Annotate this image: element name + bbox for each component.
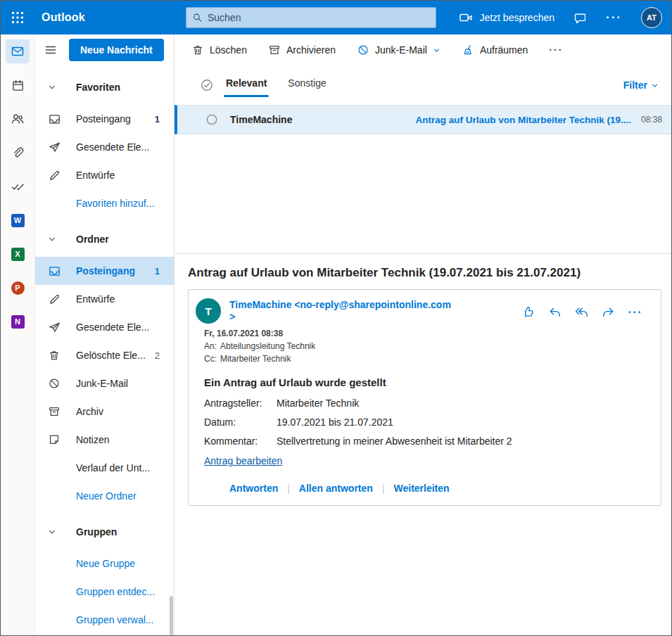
groups-header[interactable]: Gruppen (35, 518, 174, 546)
sidebar-item-verlauf[interactable]: Verlauf der Unt... (35, 454, 174, 482)
outlook-app: Outlook Jetzt besprechen ··· AT (0, 0, 672, 636)
forward-button[interactable] (602, 305, 615, 319)
sidebar-item-fav-gesendete[interactable]: Gesendete Ele... (35, 133, 174, 161)
rail-onenote-button[interactable]: N (1, 305, 34, 338)
trash-icon (191, 44, 204, 56)
to-value[interactable]: Abteilungsleitung Technik (220, 340, 315, 352)
reply-link[interactable]: Antworten (229, 483, 278, 494)
tab-relevant[interactable]: Relevant (225, 73, 267, 97)
folder-label: Archiv (76, 406, 103, 417)
filter-button[interactable]: Filter (623, 80, 659, 91)
archive-icon (268, 44, 281, 56)
app-shell: W X P N Neue Nachricht (1, 34, 671, 635)
manage-groups-link[interactable]: Gruppen verwal... (35, 606, 174, 634)
chat-button[interactable] (573, 11, 587, 25)
message-card: T TimeMachine <no-reply@sharepointonline… (188, 289, 661, 506)
body-row-kommentar: Kommentar: Stellvertretung in meiner Abw… (204, 432, 649, 451)
rail-word-button[interactable]: W (1, 203, 34, 237)
collapse-pane-button[interactable] (44, 43, 58, 57)
body-row-antragsteller: Antragsteller: Mitarbeiter Technik (204, 394, 649, 413)
sidebar-item-fav-entwuerfe[interactable]: Entwürfe (35, 161, 174, 189)
select-all-button[interactable] (200, 78, 214, 92)
topbar-actions: Jetzt besprechen ··· AT (459, 7, 671, 28)
top-bar: Outlook Jetzt besprechen ··· AT (1, 1, 671, 34)
cc-value[interactable]: Mitarbeiter Technik (220, 352, 291, 365)
archive-button[interactable]: Archivieren (268, 44, 336, 56)
new-folder-link[interactable]: Neuer Ordner (35, 482, 174, 510)
message-body: Ein Antrag auf Urlaub wurde gestellt Ant… (196, 376, 649, 470)
reply-all-button[interactable] (575, 305, 588, 319)
sweep-button[interactable]: Aufräumen (462, 44, 528, 56)
reading-pane: Antrag auf Urlaub von Mitarbeiter Techni… (175, 254, 671, 635)
sidebar-item-archiv[interactable]: Archiv (35, 398, 174, 426)
discover-groups-link[interactable]: Gruppen entdec... (35, 578, 174, 606)
junk-button[interactable]: Junk-E-Mail (357, 44, 440, 56)
message-row[interactable]: TimeMachine Antrag auf Urlaub von Mitarb… (175, 105, 671, 134)
message-subject: Antrag auf Urlaub von Mitarbeiter Techni… (415, 115, 631, 125)
topbar-more-button[interactable]: ··· (606, 14, 622, 21)
unread-count: 1 (155, 266, 160, 276)
hamburger-icon (44, 43, 58, 57)
folders-header[interactable]: Ordner (35, 225, 174, 253)
app-launcher-button[interactable] (1, 1, 34, 34)
chevron-down-icon (48, 83, 56, 91)
rail-calendar-button[interactable] (1, 68, 34, 102)
sidebar-item-posteingang[interactable]: Posteingang 1 (35, 257, 174, 285)
delete-button[interactable]: Löschen (191, 44, 247, 56)
folder-pane: Neue Nachricht Favoriten Posteingang 1 (35, 34, 175, 635)
sidebar-scrollbar-thumb[interactable] (170, 596, 173, 635)
message-footer-actions: Antworten | Allen antworten | Weiterleit… (196, 483, 649, 494)
search-box[interactable] (186, 7, 436, 28)
tab-sonstige[interactable]: Sonstige (287, 73, 327, 97)
favorites-header[interactable]: Favoriten (35, 73, 174, 101)
rail-mail-button[interactable] (1, 34, 34, 68)
commandbar-more-button[interactable]: ··· (549, 46, 563, 53)
reply-all-icon (575, 305, 588, 319)
new-message-button[interactable]: Neue Nachricht (69, 39, 164, 61)
folder-label: Gelöschte Ele... (76, 350, 146, 361)
chevron-down-icon (651, 82, 659, 89)
rail-todo-button[interactable] (1, 170, 34, 203)
edit-request-link[interactable]: Antrag bearbeiten (204, 452, 282, 470)
message-sender: TimeMachine (230, 114, 292, 125)
chevron-down-icon (48, 528, 56, 536)
rail-powerpoint-button[interactable]: P (1, 271, 34, 305)
meet-now-button[interactable]: Jetzt besprechen (459, 11, 554, 25)
sidebar-item-geloeschte[interactable]: Gelöschte Ele... 2 (35, 341, 174, 369)
inbox-tabs: Relevant Sonstige (225, 73, 327, 97)
sidebar-item-notizen[interactable]: Verlauf der Unt... Notizen (35, 426, 174, 454)
separator: | (287, 483, 290, 494)
body-table: Antragsteller: Mitarbeiter Technik Datum… (204, 394, 649, 451)
new-group-link[interactable]: Neue Gruppe (35, 549, 174, 578)
forward-link[interactable]: Weiterleiten (394, 483, 450, 494)
search-input[interactable] (208, 12, 430, 23)
sender-avatar[interactable]: T (196, 298, 221, 324)
message-select-circle[interactable] (205, 113, 218, 126)
reading-subject: Antrag auf Urlaub von Mitarbeiter Techni… (188, 266, 661, 280)
people-icon (11, 112, 25, 126)
reply-button[interactable] (548, 305, 562, 319)
junk-label: Junk-E-Mail (375, 44, 427, 56)
like-button[interactable] (521, 305, 535, 319)
inbox-icon (48, 265, 61, 278)
folder-label: Notizen (76, 434, 109, 445)
rail-attachments-button[interactable] (1, 136, 34, 170)
favorites-section: Favoriten Posteingang 1 Gesendete Ele... (35, 73, 174, 217)
sidebar-item-junk[interactable]: Junk-E-Mail (35, 369, 174, 398)
rail-people-button[interactable] (1, 102, 34, 136)
video-camera-icon (459, 11, 473, 25)
message-more-button[interactable]: ··· (628, 309, 642, 316)
double-check-icon (11, 179, 25, 193)
sidebar-item-fav-posteingang[interactable]: Posteingang 1 (35, 105, 174, 133)
account-avatar[interactable]: AT (641, 7, 662, 28)
add-favorites-link[interactable]: Favoriten hinzuf... (35, 189, 174, 217)
sidebar-item-entwuerfe[interactable]: Entwürfe (35, 285, 174, 313)
item-count: 2 (155, 350, 160, 361)
sender-name-email[interactable]: TimeMachine <no-reply@sharepointonline.c… (229, 299, 451, 311)
reply-all-link[interactable]: Allen antworten (299, 483, 373, 494)
rail-excel-button[interactable]: X (1, 237, 34, 271)
reply-icon (548, 305, 562, 319)
delete-label: Löschen (210, 44, 247, 56)
folders-section: Ordner Posteingang 1 Entwürfe Gesendete (35, 225, 174, 510)
sidebar-item-gesendete[interactable]: Gesendete Ele... (35, 313, 174, 341)
